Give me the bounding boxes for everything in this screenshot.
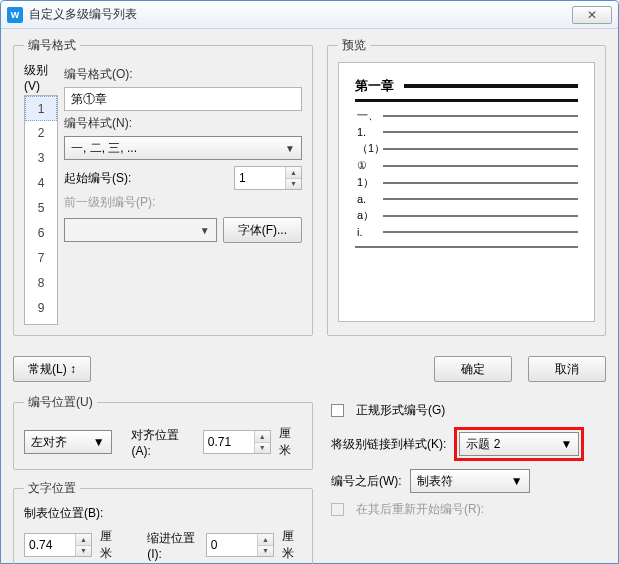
preview-line-5: 1） <box>355 175 379 190</box>
window-title: 自定义多级编号列表 <box>29 6 572 23</box>
chevron-down-icon: ▼ <box>200 225 210 236</box>
num-style-value: 一, 二, 三, ... <box>71 140 137 157</box>
preview-line-4: ① <box>355 159 379 172</box>
spin-down-icon[interactable]: ▼ <box>255 443 270 454</box>
start-at-label: 起始编号(S): <box>64 170 228 187</box>
dialog-window: W 自定义多级编号列表 ✕ 编号格式 级别(V) 1 2 3 4 5 <box>0 0 619 564</box>
group-number-format-legend: 编号格式 <box>24 37 80 54</box>
font-button[interactable]: 字体(F)... <box>223 217 302 243</box>
app-icon: W <box>7 7 23 23</box>
link-style-label: 将级别链接到样式(K): <box>331 436 446 453</box>
ok-button[interactable]: 确定 <box>434 356 512 382</box>
align-pos-label: 对齐位置(A): <box>131 427 196 458</box>
chevron-down-icon: ▼ <box>560 437 572 451</box>
content-area: 编号格式 级别(V) 1 2 3 4 5 6 7 8 9 <box>1 29 618 564</box>
level-item-4[interactable]: 4 <box>25 171 57 196</box>
updown-icon: ↕ <box>70 362 76 376</box>
preview-line-7: a） <box>355 208 379 223</box>
group-preview-legend: 预览 <box>338 37 370 54</box>
level-item-3[interactable]: 3 <box>25 146 57 171</box>
link-style-combo[interactable]: 示题 2 ▼ <box>459 432 579 456</box>
after-number-value: 制表符 <box>417 473 453 490</box>
restart-after-label: 在其后重新开始编号(R): <box>356 501 484 518</box>
indent-pos-input[interactable] <box>207 534 257 556</box>
formal-numbering-label: 正规形式编号(G) <box>356 402 445 419</box>
spin-up-icon[interactable]: ▲ <box>258 534 273 546</box>
preview-line-2: 1. <box>355 126 379 138</box>
preview-line-1: 一、 <box>355 108 379 123</box>
start-at-spinner[interactable]: ▲▼ <box>234 166 302 190</box>
cancel-button[interactable]: 取消 <box>528 356 606 382</box>
unit-label-3: 厘米 <box>282 528 302 562</box>
group-preview: 预览 第一章 一、 1. （1） ① 1） a. a） i. <box>327 37 606 336</box>
tab-pos-spinner[interactable]: ▲▼ <box>24 533 92 557</box>
level-item-1[interactable]: 1 <box>25 96 57 121</box>
preview-bottom-rule <box>355 246 578 248</box>
group-text-position-legend: 文字位置 <box>24 480 80 497</box>
tab-pos-input[interactable] <box>25 534 75 556</box>
prev-level-combo: ▼ <box>64 218 217 242</box>
preview-heading: 第一章 <box>355 77 398 95</box>
spin-up-icon[interactable]: ▲ <box>286 167 301 179</box>
link-style-highlight: 示题 2 ▼ <box>454 427 584 461</box>
close-icon: ✕ <box>587 8 597 22</box>
indent-pos-label: 缩进位置(I): <box>147 530 200 561</box>
level-item-5[interactable]: 5 <box>25 196 57 221</box>
indent-pos-spinner[interactable]: ▲▼ <box>206 533 274 557</box>
group-text-position: 文字位置 制表位位置(B): ▲▼ 厘米 缩进位置(I): ▲▼ <box>13 480 313 564</box>
level-item-2[interactable]: 2 <box>25 121 57 146</box>
chevron-down-icon: ▼ <box>511 474 523 488</box>
alignment-value: 左对齐 <box>31 434 67 451</box>
spin-up-icon[interactable]: ▲ <box>76 534 91 546</box>
alignment-combo[interactable]: 左对齐 ▼ <box>24 430 112 454</box>
preview-thick-rule-2 <box>355 99 578 102</box>
preview-line-8: i. <box>355 226 379 238</box>
group-number-position-legend: 编号位置(U) <box>24 394 97 411</box>
unit-label-2: 厘米 <box>100 528 120 562</box>
spin-down-icon[interactable]: ▼ <box>76 546 91 557</box>
after-number-label: 编号之后(W): <box>331 473 402 490</box>
level-item-9[interactable]: 9 <box>25 296 57 321</box>
start-at-input[interactable] <box>235 167 285 189</box>
chevron-down-icon: ▼ <box>93 435 105 449</box>
preview-pane: 第一章 一、 1. （1） ① 1） a. a） i. <box>338 62 595 322</box>
titlebar: W 自定义多级编号列表 ✕ <box>1 1 618 29</box>
preview-line-6: a. <box>355 193 379 205</box>
spin-down-icon[interactable]: ▼ <box>286 179 301 190</box>
tab-pos-label: 制表位位置(B): <box>24 505 302 522</box>
after-number-combo[interactable]: 制表符 ▼ <box>410 469 530 493</box>
num-style-combo[interactable]: 一, 二, 三, ... ▼ <box>64 136 302 160</box>
prev-level-label: 前一级别编号(P): <box>64 194 302 211</box>
align-pos-spinner[interactable]: ▲▼ <box>203 430 271 454</box>
restart-after-checkbox <box>331 503 344 516</box>
group-number-position: 编号位置(U) 左对齐 ▼ 对齐位置(A): ▲▼ 厘米 <box>13 394 313 470</box>
level-item-8[interactable]: 8 <box>25 271 57 296</box>
spin-up-icon[interactable]: ▲ <box>255 431 270 443</box>
preview-thick-rule <box>404 84 578 88</box>
level-item-6[interactable]: 6 <box>25 221 57 246</box>
group-number-format: 编号格式 级别(V) 1 2 3 4 5 6 7 8 9 <box>13 37 313 336</box>
level-label: 级别(V) <box>24 62 58 93</box>
num-style-label: 编号样式(N): <box>64 115 302 132</box>
preview-line-3: （1） <box>355 141 379 156</box>
general-button[interactable]: 常规(L) ↕ <box>13 356 91 382</box>
chevron-down-icon: ▼ <box>285 143 295 154</box>
level-listbox[interactable]: 1 2 3 4 5 6 7 8 9 <box>24 95 58 325</box>
level-item-7[interactable]: 7 <box>25 246 57 271</box>
num-format-input[interactable] <box>64 87 302 111</box>
align-pos-input[interactable] <box>204 431 254 453</box>
close-button[interactable]: ✕ <box>572 6 612 24</box>
link-style-value: 示题 2 <box>466 436 500 453</box>
num-format-label: 编号格式(O): <box>64 66 302 83</box>
formal-numbering-checkbox[interactable] <box>331 404 344 417</box>
spin-down-icon[interactable]: ▼ <box>258 546 273 557</box>
unit-label-1: 厘米 <box>279 425 302 459</box>
